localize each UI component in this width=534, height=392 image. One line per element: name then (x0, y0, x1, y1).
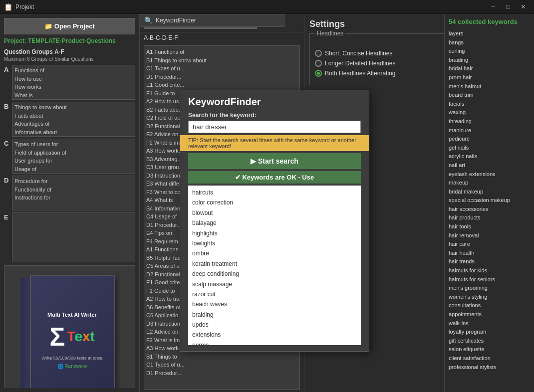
keyword-collected: facials (449, 100, 530, 109)
keyword-collected: eyelash extensions (449, 170, 530, 179)
group-letter-d: D (4, 176, 12, 184)
kf-keywords-list[interactable]: haircuts color correction blowout balaya… (188, 186, 361, 345)
title-bar: 📋 Projekt − □ ✕ (0, 0, 534, 14)
keyword-item: lowlights (192, 238, 357, 248)
group-list-a[interactable]: Functions of How to use How works What i… (12, 65, 135, 100)
keyword-collected: nail art (449, 161, 530, 170)
list-item: C1 Types of u... (146, 64, 297, 73)
keyword-item: scalp massage (192, 279, 357, 289)
keyword-collected: client satisfaction (449, 354, 530, 363)
list-item: Functions of (14, 66, 133, 75)
collected-keywords-panel: 54 collected keywords layers bangs curli… (444, 14, 534, 392)
radio-short-label: Short, Concise Headlines (325, 50, 392, 57)
collected-keywords-title: 54 collected keywords (449, 18, 530, 25)
list-item: D1 Procedur... (146, 73, 297, 81)
app-title: Projekt (15, 3, 34, 10)
book-image-area: Multi Text AI Writer Σ Text Write 50/100… (4, 265, 135, 388)
keyword-collected: haircuts for kids (449, 266, 530, 275)
book-title: Multi Text AI Writer (47, 312, 97, 318)
list-item: How to use (14, 75, 133, 83)
keyword-item: ombre (192, 248, 357, 258)
group-letter-c: C (4, 139, 12, 147)
group-row-d: D Procedure for Functionality of Instruc… (4, 176, 135, 210)
book-graphic: Multi Text AI Writer Σ Text Write 50/100… (15, 270, 125, 388)
list-item: B1 Things to know about (146, 56, 297, 65)
list-item: User groups for (14, 157, 133, 165)
list-item: Field of application of (14, 149, 133, 157)
list-item: B1 Things to (146, 353, 297, 361)
keyword-collected: curling (449, 47, 530, 56)
keywordfinder-tab[interactable]: 🔍 KeywordFinder (140, 14, 284, 27)
keyword-item: blowout (192, 208, 357, 218)
list-item: Functionality of (14, 186, 133, 194)
group-row-e: E (4, 212, 135, 262)
keyword-collected: hair tools (449, 222, 530, 231)
group-list-c[interactable]: Types of users for Field of application … (12, 139, 135, 174)
kf-search-input[interactable] (188, 121, 361, 133)
keyword-collected: manicure (449, 126, 530, 135)
keyword-collected: walk-ins (449, 319, 530, 328)
headlines-group-title: Headlines (315, 30, 345, 37)
list-item: Types of users for (14, 140, 133, 149)
group-list-b[interactable]: Things to know about Facts about Advanta… (12, 102, 135, 137)
keyword-collected: consultations (449, 301, 530, 310)
keyword-collected: makeup (449, 179, 530, 188)
keyword-collected: beard trim (449, 91, 530, 100)
radio-short[interactable] (315, 50, 322, 57)
kf-tab-label: KeywordFinder (156, 17, 196, 24)
list-item: Instructions for (14, 194, 133, 202)
keyword-item: color correction (192, 197, 357, 207)
keyword-collected: loyalty program (449, 328, 530, 337)
keyword-collected: bangs (449, 38, 530, 47)
radio-longer[interactable] (315, 60, 322, 67)
group-label: Question Groups A-F (4, 48, 135, 55)
keyword-item: deep conditioning (192, 269, 357, 279)
list-item: C1 Types of u... (146, 361, 297, 369)
group-letter-e: E (4, 212, 12, 221)
kf-title: KeywordFinder (180, 90, 369, 110)
book-cover: Multi Text AI Writer Σ Text Write 50/100… (30, 275, 115, 388)
kf-start-button[interactable]: ▶ Start search (188, 153, 361, 169)
keyword-collected: salon etiquette (449, 345, 530, 354)
keyword-collected: hair care (449, 240, 530, 249)
keyword-collected: hair removal (449, 231, 530, 240)
group-row-c: C Types of users for Field of applicatio… (4, 139, 135, 174)
keyword-collected: hair accessories (449, 205, 530, 214)
left-panel: 📁 Open Project Project: TEMPLATE-Product… (0, 14, 140, 392)
book-subtitle: Write 50/100/500 texts at once (42, 356, 103, 361)
keyword-item: beach waves (192, 299, 357, 309)
title-bar-controls: − □ ✕ (486, 0, 530, 14)
keyword-item: updos (192, 320, 357, 330)
keyword-item: perms (192, 340, 357, 345)
keyword-item: highlights (192, 228, 357, 238)
group-row-a: A Functions of How to use How works What… (4, 65, 135, 100)
list-item: Facts about (14, 112, 133, 120)
keyword-collected: professional stylists (449, 363, 530, 372)
group-letter-b: B (4, 102, 12, 110)
group-list-d[interactable]: Procedure for Functionality of Instructi… (12, 176, 135, 210)
keyword-collected: bridal makeup (449, 188, 530, 196)
radio-both[interactable] (315, 70, 322, 77)
keyword-collected: men's haircut (449, 82, 530, 91)
group-sublabel: Maximum 6 Groups of Similar Questions (4, 56, 135, 62)
maximize-button[interactable]: □ (501, 0, 515, 14)
list-item: Usage of (14, 165, 133, 174)
minimize-button[interactable]: − (486, 0, 500, 14)
list-item: Informative about (14, 128, 133, 137)
book-brand: 🌐 Rankware (57, 364, 87, 369)
keyword-collected: hair health (449, 249, 530, 258)
keyword-collected: gel nails (449, 144, 530, 153)
keyword-item: balayage (192, 218, 357, 228)
radio-longer-label: Longer Detailed Headlines (325, 60, 395, 67)
keyword-collected: braiding (449, 56, 530, 65)
open-project-button[interactable]: 📁 Open Project (4, 18, 135, 34)
close-button[interactable]: ✕ (516, 0, 530, 14)
keyword-collected: threading (449, 117, 530, 126)
group-list-e[interactable] (12, 212, 135, 262)
keyword-item: extensions (192, 330, 357, 340)
kf-tip: TIP: Start the search several times with… (180, 135, 369, 151)
keyword-collected: haircuts for seniors (449, 275, 530, 284)
keyword-collected: prom hair (449, 73, 530, 82)
kf-tab-icon: 🔍 (144, 16, 153, 24)
keyword-collected: hair trends (449, 257, 530, 266)
